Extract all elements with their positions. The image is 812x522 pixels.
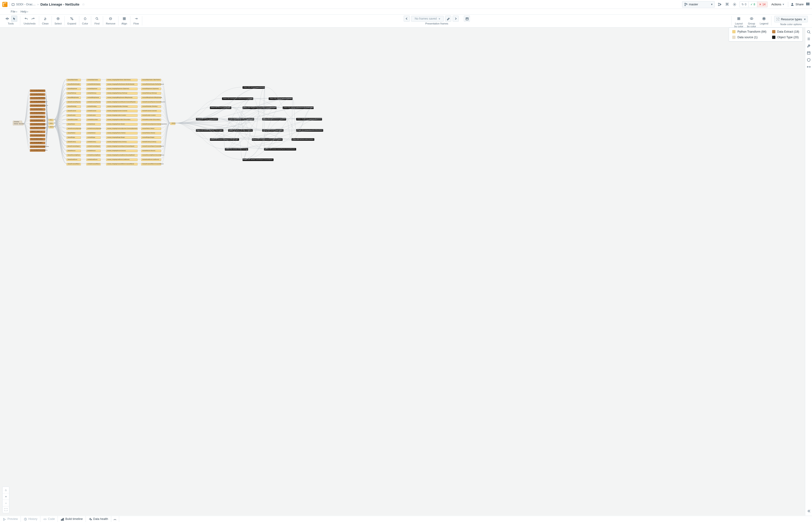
- tool-color[interactable]: [82, 16, 88, 22]
- lineage-node[interactable]: raw_secondary/RevRecSchedule ▸: [30, 101, 45, 103]
- lineage-node[interactable]: renamed_changelog/TaxAcct (TaxAcct): [106, 132, 138, 135]
- lineage-node[interactable]: [Palantir SDDI NetSuite] LeadSource (Lea…: [228, 118, 254, 120]
- lineage-node[interactable]: cleaned/BillingSchedule: [66, 97, 81, 99]
- lineage-node[interactable]: renamed_changelog/CustomerDeposit (Custo…: [106, 145, 138, 148]
- zoom-fit[interactable]: ⛶: [3, 506, 9, 513]
- lineage-node[interactable]: NetSuite - Secondary ▸: [13, 123, 23, 125]
- menu-help[interactable]: Help: [21, 10, 28, 13]
- lineage-node[interactable]: cleaned/CustomerRefund: [66, 163, 81, 165]
- lineage-node[interactable]: enriched/AccountingPeriod: [86, 154, 101, 157]
- lineage-node[interactable]: renamed/SalesTaxItem (SalesTaxItem): [141, 79, 161, 81]
- lineage-node[interactable]: objects ▸: [49, 126, 54, 128]
- lineage-node[interactable]: enriched/Customer: [86, 110, 101, 112]
- frame-next[interactable]: [453, 16, 459, 22]
- lineage-node[interactable]: renamed_changelog/DiscountItem (Discount…: [106, 119, 138, 121]
- branch-select[interactable]: master: [682, 1, 715, 8]
- lineage-node[interactable]: raw_secondary/CustomerDeposit ▸: [30, 149, 45, 152]
- lineage-node[interactable]: renamed_changelog/CustomerRefund (Custom…: [106, 163, 138, 165]
- lineage-node[interactable]: enriched/CustomerPayment: [86, 101, 101, 103]
- lineage-node[interactable]: renamed_changelog/Account (Account): [106, 149, 138, 152]
- rail-search-icon[interactable]: [807, 30, 811, 34]
- lineage-node[interactable]: raw_secondary/Budget ▸: [30, 142, 45, 144]
- lineage-node[interactable]: renamed/DiscountItem (DiscountItem): [141, 119, 161, 121]
- frame-prev[interactable]: [404, 16, 410, 22]
- lineage-node[interactable]: enriched/Account: [86, 149, 101, 152]
- tab-expand[interactable]: ︽: [111, 516, 119, 522]
- tool-find[interactable]: [94, 16, 100, 22]
- lineage-node[interactable]: [Palantir SDDI NetSuite] SalesTaxItem (S…: [196, 129, 224, 132]
- tool-legend[interactable]: [761, 16, 767, 22]
- lineage-node[interactable]: ◂ BUILD: [170, 122, 175, 125]
- rail-shield-icon[interactable]: [807, 58, 811, 62]
- panel-toggle-icon[interactable]: [806, 2, 810, 6]
- frame-edit[interactable]: [445, 16, 451, 22]
- lineage-node[interactable]: cleaned/Account: [66, 149, 81, 152]
- tab-preview[interactable]: Preview: [0, 516, 21, 522]
- lineage-node[interactable]: renamed/AccountingPeriod (AccountingPeri…: [141, 154, 161, 157]
- lineage-node[interactable]: enriched/BillingSchedule: [86, 97, 101, 99]
- lineage-node[interactable]: enriched/RevRecSchedule: [86, 83, 101, 86]
- lineage-node[interactable]: columns_to_drop_fi… ▸: [30, 130, 45, 133]
- lineage-node[interactable]: renamed/Location (Location): [141, 114, 161, 117]
- lineage-node[interactable]: fields ▸: [49, 122, 54, 125]
- lineage-node[interactable]: cleaned/Department: [66, 87, 81, 90]
- zoom-out[interactable]: －: [3, 500, 9, 506]
- lineage-node[interactable]: renamed/CustomerDeposit (CustomerDeposit…: [141, 145, 161, 148]
- tool-flow[interactable]: [133, 16, 139, 22]
- command-icon[interactable]: ⌘: [724, 2, 730, 7]
- lineage-node[interactable]: [Palantir SDDI NetSuite] Vendor (Vendor): [262, 129, 284, 132]
- tab-data-health[interactable]: Data health: [86, 516, 111, 522]
- lineage-node[interactable]: enriched/LeadSource: [86, 159, 101, 161]
- lineage-node[interactable]: renamed/Currency (Currency): [141, 141, 161, 143]
- lineage-node[interactable]: raw_secondary/SalesTaxItem ▸: [30, 97, 45, 100]
- lineage-node[interactable]: renamed/RevRecSchedule (RevRecSchedule): [141, 83, 161, 86]
- lineage-node[interactable]: enriched/InventoryAdjustment: [86, 127, 101, 130]
- lineage-node[interactable]: renamed_changelog/CustomerPayment (Custo…: [106, 101, 138, 103]
- lineage-node[interactable]: renamed_changelog/InventoryAdjustment (I…: [106, 127, 138, 130]
- lineage-node[interactable]: [Palantir SDDI NetSuite] Subsidiary (Sub…: [228, 129, 253, 132]
- lineage-node[interactable]: raw_secondary/Currency ▸: [30, 116, 45, 118]
- lineage-node[interactable]: [Palantir SDDI NetSuite] CustomerDeposit…: [243, 159, 273, 161]
- lineage-node[interactable]: links ▸: [49, 119, 54, 121]
- lineage-node[interactable]: [Palantir SDDI NetSuite] AccountingPerio…: [222, 97, 253, 100]
- tab-history[interactable]: History: [21, 516, 40, 522]
- frame-select[interactable]: No frames saved▾: [411, 16, 444, 22]
- menu-file[interactable]: File: [11, 10, 17, 13]
- lineage-node[interactable]: raw_secondary/Vendor ▸: [30, 108, 45, 111]
- lineage-node[interactable]: renamed_changelog/Vendor (Vendor): [106, 123, 138, 126]
- lineage-node[interactable]: cleaned/InventoryAdjustment: [66, 127, 81, 130]
- lineage-node[interactable]: enriched/Location: [86, 114, 101, 117]
- lineage-node[interactable]: cleaned/Location: [66, 114, 81, 117]
- lineage-node[interactable]: [Palantir SDDI NetSuite] Account (Accoun…: [243, 86, 265, 89]
- lineage-node[interactable]: cleaned/LeadSource: [66, 159, 81, 161]
- tool-move[interactable]: [4, 16, 10, 22]
- rail-list-icon[interactable]: [807, 37, 811, 41]
- compare-icon[interactable]: [717, 2, 722, 7]
- lineage-node[interactable]: raw_secondary/InventoryAdjustment ▸: [30, 145, 45, 148]
- lineage-node[interactable]: renamed/CustomerRefund (CustomerRefund): [141, 163, 161, 165]
- lineage-node[interactable]: renamed/InventoryAdjustment (InventoryAd…: [141, 123, 161, 126]
- lineage-node[interactable]: renamed/Department (Department): [141, 87, 161, 90]
- lineage-node[interactable]: cleaned/CustomerDeposit: [66, 145, 81, 148]
- rail-width-icon[interactable]: [807, 65, 811, 69]
- frame-save[interactable]: [464, 16, 470, 22]
- lineage-node[interactable]: cleaned/DiscountItem: [66, 119, 81, 121]
- tool-align[interactable]: [121, 16, 127, 22]
- lineage-node[interactable]: renamed/Account (Account): [141, 149, 161, 152]
- lineage-node[interactable]: cleaned/AccountingPeriod: [66, 154, 81, 157]
- lineage-node[interactable]: [Palantir SDDI NetSuite] Location (Locat…: [291, 138, 314, 141]
- lineage-node[interactable]: renamed_changelog/Department (Department…: [106, 87, 138, 90]
- lineage-node[interactable]: cleaned/SalesTaxItem: [66, 79, 81, 81]
- lineage-node[interactable]: renamed/Subsidiary (Subsidiary): [141, 105, 161, 108]
- gear-icon[interactable]: [732, 2, 737, 7]
- lineage-node[interactable]: [Palantir SDDI NetSuite] TaxGroup (TaxGr…: [269, 97, 293, 100]
- lineage-node[interactable]: cleaned/RevRecSchedule: [66, 83, 81, 86]
- rail-wrench-icon[interactable]: [807, 44, 811, 48]
- lineage-node[interactable]: [Palantir SDDI NetSuite] DiscountItem (D…: [296, 129, 323, 132]
- lineage-node[interactable]: renamed/TaxAcct (TaxAcct): [141, 132, 161, 135]
- lineage-node[interactable]: renamed_changelog/BillingSchedule (Billi…: [106, 97, 138, 99]
- health-status[interactable]: ↻0 ✓8 ✕14: [739, 1, 768, 7]
- lineage-node[interactable]: renamed/CustomerPayment (CustomerPayment…: [141, 101, 161, 103]
- rail-collapse-icon[interactable]: [807, 509, 811, 513]
- tool-undo[interactable]: [23, 16, 29, 22]
